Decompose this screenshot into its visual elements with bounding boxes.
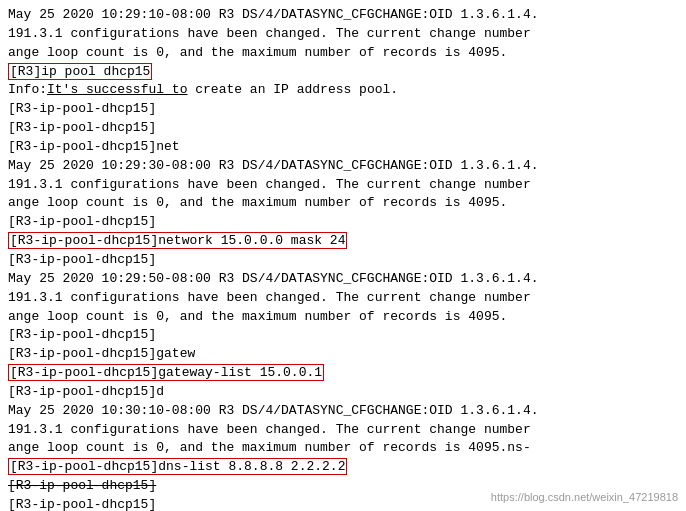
command-highlight: [R3-ip-pool-dhcp15]dns-list 8.8.8.8 2.2.… (8, 458, 347, 475)
watermark: https://blog.csdn.net/weixin_47219818 (491, 491, 678, 503)
terminal-line: [R3-ip-pool-dhcp15] (8, 100, 678, 119)
terminal-line: [R3-ip-pool-dhcp15]net (8, 138, 678, 157)
terminal-line: [R3-ip-pool-dhcp15] (8, 119, 678, 138)
terminal-line: ange loop count is 0, and the maximum nu… (8, 308, 678, 327)
command-highlight: [R3-ip-pool-dhcp15]gateway-list 15.0.0.1 (8, 364, 324, 381)
terminal-window: May 25 2020 10:29:10-08:00 R3 DS/4/DATAS… (0, 0, 686, 511)
terminal-line: 191.3.1 configurations have been changed… (8, 176, 678, 195)
terminal-line: May 25 2020 10:29:50-08:00 R3 DS/4/DATAS… (8, 270, 678, 289)
terminal-line: ange loop count is 0, and the maximum nu… (8, 194, 678, 213)
terminal-line: [R3-ip-pool-dhcp15] (8, 326, 678, 345)
terminal-line: [R3-ip-pool-dhcp15]gatew (8, 345, 678, 364)
terminal-line: May 25 2020 10:29:10-08:00 R3 DS/4/DATAS… (8, 6, 678, 25)
command-highlight: [R3]ip pool dhcp15 (8, 63, 152, 80)
terminal-line: 191.3.1 configurations have been changed… (8, 289, 678, 308)
terminal-line: Info:It's successful to create an IP add… (8, 81, 678, 100)
terminal-line: May 25 2020 10:30:10-08:00 R3 DS/4/DATAS… (8, 402, 678, 421)
terminal-line: 191.3.1 configurations have been changed… (8, 421, 678, 440)
terminal-line: [R3-ip-pool-dhcp15] (8, 251, 678, 270)
terminal-line: ange loop count is 0, and the maximum nu… (8, 439, 678, 458)
terminal-line-boxed: [R3-ip-pool-dhcp15]network 15.0.0.0 mask… (8, 232, 678, 251)
command-highlight: [R3-ip-pool-dhcp15]network 15.0.0.0 mask… (8, 232, 347, 249)
terminal-line: 191.3.1 configurations have been changed… (8, 25, 678, 44)
terminal-line: [R3-ip-pool-dhcp15]d (8, 383, 678, 402)
terminal-line-boxed: [R3]ip pool dhcp15 (8, 63, 678, 82)
underline-text: It's successful to (47, 82, 187, 97)
terminal-line: [R3-ip-pool-dhcp15] (8, 213, 678, 232)
terminal-line: ange loop count is 0, and the maximum nu… (8, 44, 678, 63)
terminal-line: May 25 2020 10:29:30-08:00 R3 DS/4/DATAS… (8, 157, 678, 176)
terminal-line-boxed: [R3-ip-pool-dhcp15]gateway-list 15.0.0.1 (8, 364, 678, 383)
terminal-line-boxed: [R3-ip-pool-dhcp15]dns-list 8.8.8.8 2.2.… (8, 458, 678, 477)
